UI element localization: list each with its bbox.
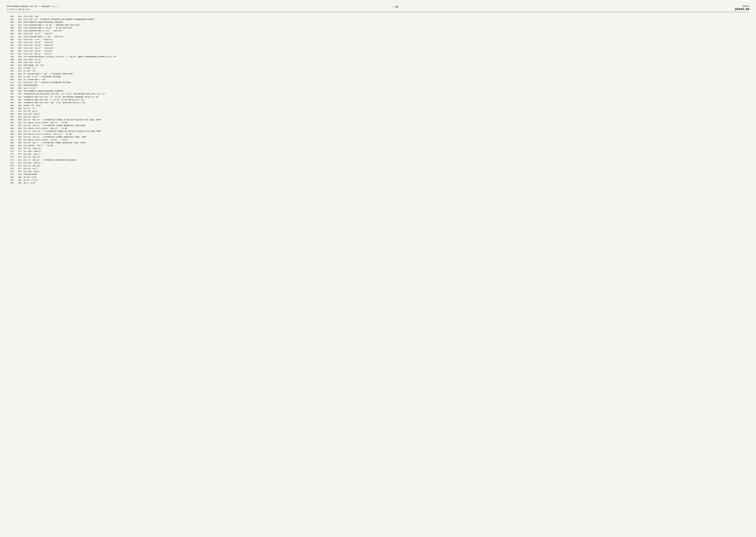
row-num1: 863 bbox=[7, 127, 15, 130]
row-num2: 826 bbox=[15, 21, 23, 24]
table-row: 835835С122-219' 110,7' ' АГ21=10* bbox=[7, 47, 749, 50]
row-num1: 873 bbox=[7, 156, 15, 159]
row-num1: 824 bbox=[7, 15, 15, 18]
row-num1: 854 bbox=[7, 101, 15, 104]
row-text: Е11-185' 345,5* bbox=[23, 170, 749, 173]
row-text: Е11-56(ВП)' 397,7' ' ТО ЖЕ* bbox=[23, 144, 749, 147]
row-text: Е7-733#АОП.ВЫП.1' 182' ' УСТАНОВКА ПРОСТ… bbox=[23, 72, 749, 75]
row-num2: 834 bbox=[15, 44, 23, 47]
table-row: 831831С122-820#АОП.ВЫП.4' 7,82' ' АН21=1… bbox=[7, 35, 749, 38]
row-text: Е11-56(А1,4)(Р1.4)#К=4' 220,12' ' ТО ЖЕ* bbox=[23, 127, 749, 130]
table-row: 863863Е11-56(А1,4)(Р1.4)#К=4' 220,12' ' … bbox=[7, 127, 749, 130]
table-row: 872872Е11-191' 343,1* bbox=[7, 153, 749, 156]
row-text: Е7-2Р5' 0,45' ' КРЕПЛЕНИЕ ЛЕСТНИЦ* bbox=[23, 75, 749, 78]
row-num1: 857 bbox=[7, 110, 15, 113]
row-num1: 859 bbox=[7, 116, 15, 118]
row-num2: 825 bbox=[15, 18, 23, 21]
row-text: С122-229' 14,72' ' АН21=9* bbox=[23, 32, 749, 35]
table-row: 873873Е11-53' 220,12* bbox=[7, 156, 749, 159]
row-text: С122-219' 110,7' ' АГ21=10* bbox=[23, 47, 749, 50]
row-num2: 850 bbox=[15, 90, 23, 93]
row-text: С122-225' 79,92' ' АО24=19* bbox=[23, 44, 749, 47]
table-row: 827827С122-822#АОП.ВЫП.4' 12,28' ' АВЕРН… bbox=[7, 24, 749, 26]
row-num1: 826 bbox=[7, 21, 15, 24]
row-num2: 832 bbox=[15, 38, 23, 41]
row-num2: 839 bbox=[15, 58, 23, 61]
table-row: 836836С122-218' 99,36' ' АГ21=9* bbox=[7, 50, 749, 53]
row-num1: 871 bbox=[7, 150, 15, 153]
row-text: П2#СТОИМОСТЬ ИНДУСТРИАЛЬНЫХ ИЗДЕЛИЯ* bbox=[23, 21, 749, 24]
row-num1: 827 bbox=[7, 24, 15, 26]
row-num2: 837 bbox=[15, 53, 23, 55]
row-text: Е15-6141' 68' ' ОКРАСКА ОГРАЖДЕНИЯ ЛЕСТН… bbox=[23, 81, 749, 84]
row-text: ТЬКАЛБК#192=КЖ.#СЛ=45#П.159(=19)' 14' 55… bbox=[23, 93, 749, 96]
row-text: Ц7-48' 4,56* bbox=[23, 176, 749, 179]
table-row: 875875Е13-225' 150,91* bbox=[7, 162, 749, 164]
table-row: 852852ТКАЛБК#ТО ЖЕП.157(=19)' 11' 52,35'… bbox=[7, 96, 749, 99]
row-num2: 882 bbox=[15, 182, 23, 185]
table-row: 855855РПОЛЫ' М2' 3913* bbox=[7, 104, 749, 107]
row-num2: 879 bbox=[15, 173, 23, 176]
row-num2: 865 bbox=[15, 133, 23, 136]
table-row: 853853ТКАЛБК#ТО ЖЕП.160(=19)' 3' 52,52' … bbox=[7, 99, 749, 101]
row-num1: 869 bbox=[7, 144, 15, 147]
table-row: 847847Е15-6141' 68' ' ОКРАСКА ОГРАЖДЕНИЯ… bbox=[7, 81, 749, 84]
row-num2: 828 bbox=[15, 26, 23, 29]
row-text: ТКАЛБК#ТО ЖЕП.160(=19)' 3' 52,52' ТО ЖЕ … bbox=[23, 99, 749, 101]
row-num2: 875 bbox=[15, 162, 23, 164]
row-num2: 851 bbox=[15, 93, 23, 96]
row-num2: 853 bbox=[15, 99, 23, 101]
row-text: С122-820#АОП.ВЫП.4' 7,82' ' АН21=19* bbox=[23, 35, 749, 38]
header-page-number: - 96 - bbox=[392, 6, 402, 8]
row-text: Е11-57' 983,74' ' УСТРОЙСТВО СТЯЖЕК ИЗ Л… bbox=[23, 118, 749, 121]
header-code: 92074 bbox=[735, 5, 749, 8]
row-num1: 876 bbox=[7, 164, 15, 167]
row-num1: 841 bbox=[7, 64, 15, 67]
header-right: 92074 25443-09 bbox=[735, 5, 749, 11]
table-row: 848848П2#МАТЕРИАЛЫ* bbox=[7, 84, 749, 87]
table-row: 864864Е11-57' 1517,42' ' УСТРОЙСТВО СТЯЖ… bbox=[7, 130, 749, 133]
row-num1: 858 bbox=[7, 113, 15, 116]
row-num2: 857 bbox=[15, 110, 23, 113]
row-num2: 829 bbox=[15, 29, 23, 32]
row-num1: 861 bbox=[7, 121, 15, 124]
row-num1: 880 bbox=[7, 176, 15, 179]
row-num1: 875 bbox=[7, 162, 15, 164]
header-doc-line: Т.Л.221-I-706.92 ал.8 bbox=[7, 8, 59, 11]
table-row: 833833С122-223' 26,64' ' АГ24=19* bbox=[7, 41, 749, 44]
row-num2: 830 bbox=[15, 32, 23, 35]
table-row: 837837С122-217' 66,72' ' АГ21=7* bbox=[7, 53, 749, 55]
row-text: Р11-55' 150,91' ' УСТРОЙСТВО СТЯЖЕК ЦЕМЕ… bbox=[23, 136, 749, 139]
row-text: Е11-58(А1,3)(Р1.3)#К=9' 983,74' ' ТО ЖЕ* bbox=[23, 121, 749, 124]
table-row: 846846Е7-737#ОП.ВЫП.1' 68* bbox=[7, 78, 749, 81]
row-num1: 881 bbox=[7, 179, 15, 182]
table-row: 882882Ц5-9' 5,26* bbox=[7, 182, 749, 185]
table-row: 826826П2#СТОИМОСТЬ ИНДУСТРИАЛЬНЫХ ИЗДЕЛИ… bbox=[7, 21, 749, 24]
row-num2: 866 bbox=[15, 136, 23, 139]
content-area: 824824С111-448' 156*825825С111-342' 11 '… bbox=[7, 15, 749, 185]
row-num2: 833 bbox=[15, 41, 23, 44]
table-row: 841841РЛЕСТНИЦЫ' М2' 125* bbox=[7, 64, 749, 67]
table-row: 850850П2#СТОИМОСТЬ ИНДУСТРИАЛЬНЫХ ИЗДЕЛИ… bbox=[7, 90, 749, 93]
row-num2: 831 bbox=[15, 35, 23, 38]
row-num1: 838 bbox=[7, 55, 15, 58]
header-program-line: ПРОГРАММНЫЙ КОМПЛЕКС АВС-3ЕС ( РЕДАКЦИЯ … bbox=[7, 5, 59, 8]
row-num2: 842 bbox=[15, 67, 23, 70]
table-row: 856856Е11-11' 17* bbox=[7, 107, 749, 110]
row-num1: 850 bbox=[7, 90, 15, 93]
table-row: 860860Е11-57' 983,74' ' УСТРОЙСТВО СТЯЖЕ… bbox=[7, 118, 749, 121]
row-num1: 870 bbox=[7, 147, 15, 150]
row-text: Р11-55' 397,7' ' УСТРОЙСТВО СТЯЖЕК ЦЕМЕН… bbox=[23, 142, 749, 144]
row-text: Р11-83' 86,3* bbox=[23, 110, 749, 113]
table-row: 857857Р11-83' 86,3* bbox=[7, 110, 749, 113]
table-row: 845845Е7-2Р5' 0,45' ' КРЕПЛЕНИЕ ЛЕСТНИЦ* bbox=[7, 75, 749, 78]
row-num1: 842 bbox=[7, 67, 15, 70]
table-row: 854854ТКАЛБК#ТО ЖЕП.162(=19)' 140' 2,30'… bbox=[7, 101, 749, 104]
row-num2: 873 bbox=[15, 156, 23, 159]
row-num2: 881 bbox=[15, 179, 23, 182]
table-row: 881881Ц1-15' 17,34* bbox=[7, 179, 749, 182]
table-row: 869869Е11-56(ВП)' 397,7' ' ТО ЖЕ* bbox=[7, 144, 749, 147]
row-num2: 849 bbox=[15, 87, 23, 90]
row-text: Е11-56(А1,5)(Р1.5)#К=5' 150,91' ' ТО ЖЕ* bbox=[23, 139, 749, 142]
table-row: 843843Е7-507' 14* bbox=[7, 70, 749, 72]
